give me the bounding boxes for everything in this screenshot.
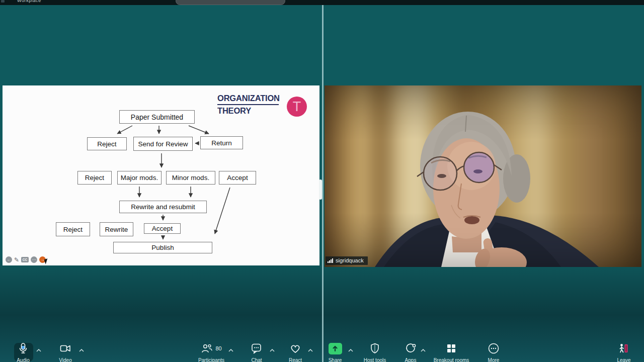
participants-menu-chevron[interactable] bbox=[228, 349, 233, 352]
apps-label: Apps bbox=[405, 357, 417, 362]
slide-more-icon: ⋯ bbox=[31, 256, 37, 263]
flow-node-reject-3: Reject bbox=[56, 222, 90, 236]
video-label: Video bbox=[59, 357, 71, 362]
participants-button[interactable]: 80 Participants bbox=[194, 342, 229, 362]
apps-icon bbox=[405, 342, 417, 355]
leave-button[interactable]: Leave bbox=[609, 342, 639, 362]
leave-label: Leave bbox=[617, 357, 630, 362]
audio-label: Audio bbox=[17, 357, 30, 362]
video-menu-chevron[interactable] bbox=[79, 349, 84, 352]
meeting-window: Workplace Paper Submit bbox=[0, 0, 644, 362]
logo-line2: THEORY bbox=[217, 106, 279, 116]
share-screen-icon bbox=[329, 343, 342, 354]
camera-icon bbox=[59, 342, 71, 355]
audio-button[interactable]: Audio bbox=[8, 342, 38, 362]
logo-line1: ORGANIZATION bbox=[217, 94, 279, 105]
journal-logo: ORGANIZATION THEORY bbox=[217, 94, 279, 116]
app-icon bbox=[1, 0, 5, 3]
meeting-toolbar: Audio Video bbox=[0, 342, 644, 362]
participants-label: Participants bbox=[198, 357, 224, 362]
chat-button[interactable]: Chat bbox=[242, 342, 272, 362]
apps-button[interactable]: Apps bbox=[395, 342, 426, 362]
closed-captions-icon: CC bbox=[21, 257, 29, 262]
more-label: More bbox=[488, 357, 500, 362]
participant-name: sigridquack bbox=[336, 257, 364, 263]
chat-label: Chat bbox=[251, 357, 262, 362]
flow-node-minor-mods: Minor mods. bbox=[166, 171, 215, 185]
breakout-rooms-button[interactable]: Breakout rooms bbox=[436, 342, 466, 362]
shield-icon bbox=[369, 342, 380, 355]
search-bar[interactable] bbox=[176, 0, 285, 5]
host-tools-button[interactable]: Host tools bbox=[360, 342, 390, 362]
audio-menu-chevron[interactable] bbox=[36, 349, 41, 352]
leave-door-icon bbox=[618, 342, 630, 355]
react-menu-chevron[interactable] bbox=[308, 349, 313, 352]
slide-back-icon: ← bbox=[6, 256, 12, 263]
shared-screen-slide: Paper Submitted Reject Send for Review R… bbox=[3, 85, 319, 265]
flow-node-major-mods: Major mods. bbox=[117, 171, 162, 185]
flow-node-accept-2: Accept bbox=[144, 223, 181, 234]
scrollbar-thumb[interactable] bbox=[319, 179, 322, 200]
participant-name-tag: sigridquack bbox=[326, 256, 368, 265]
grid-icon bbox=[446, 342, 457, 355]
title-bar: Workplace bbox=[0, 0, 644, 5]
chat-icon bbox=[251, 342, 263, 355]
participants-count: 80 bbox=[215, 345, 221, 351]
microphone-icon bbox=[18, 342, 29, 355]
video-button[interactable]: Video bbox=[50, 342, 80, 362]
signal-bars-icon bbox=[328, 258, 334, 263]
heart-icon bbox=[289, 342, 301, 355]
participant-video-tile: sigridquack bbox=[325, 85, 641, 267]
logo-badge-icon: T bbox=[287, 97, 307, 117]
chat-menu-chevron[interactable] bbox=[270, 349, 275, 352]
share-label: Share bbox=[329, 357, 342, 362]
draw-pencil-icon: ✎ bbox=[14, 257, 19, 263]
flow-node-send-for-review: Send for Review bbox=[133, 137, 193, 151]
more-button[interactable]: More bbox=[478, 342, 509, 362]
breakout-rooms-label: Breakout rooms bbox=[434, 357, 469, 362]
flow-node-paper-submitted: Paper Submitted bbox=[119, 110, 195, 124]
panel-divider bbox=[322, 5, 324, 362]
participants-icon bbox=[201, 343, 213, 354]
flow-node-publish: Publish bbox=[113, 242, 212, 253]
flow-node-rewrite: Rewrite bbox=[100, 222, 133, 236]
slide-player-controls: ← ✎ CC ⋯ → bbox=[6, 256, 46, 263]
flow-node-rewrite-and-resubmit: Rewrite and resubmit bbox=[119, 201, 207, 213]
video-vignette bbox=[325, 85, 641, 267]
more-ellipsis-icon bbox=[488, 342, 500, 355]
flow-node-accept-1: Accept bbox=[219, 171, 256, 185]
share-button[interactable]: Share bbox=[320, 342, 350, 362]
flow-node-reject-2: Reject bbox=[77, 171, 112, 185]
app-title: Workplace bbox=[17, 0, 41, 3]
react-button[interactable]: React bbox=[280, 342, 310, 362]
flow-node-reject-1: Reject bbox=[87, 137, 127, 150]
flow-node-return: Return bbox=[200, 136, 243, 149]
host-tools-label: Host tools bbox=[364, 357, 386, 362]
share-menu-chevron[interactable] bbox=[348, 349, 353, 352]
react-label: React bbox=[289, 357, 302, 362]
apps-menu-chevron[interactable] bbox=[421, 349, 426, 352]
